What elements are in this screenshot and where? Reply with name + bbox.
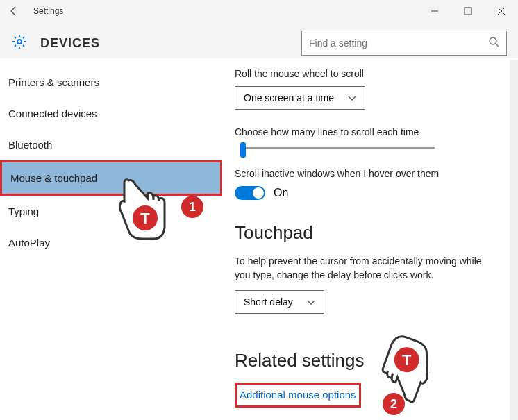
back-button[interactable]: [6, 3, 22, 19]
lines-scroll-label: Choose how many lines to scroll each tim…: [235, 126, 506, 137]
sidebar-item-mouse-touchpad[interactable]: Mouse & touchpad: [0, 160, 222, 196]
scrollbar[interactable]: [510, 60, 518, 420]
touchpad-delay-dropdown[interactable]: Short delay: [235, 290, 324, 314]
close-button[interactable]: [490, 3, 512, 19]
window-title: Settings: [33, 6, 63, 16]
additional-mouse-options-link[interactable]: Additional mouse options: [240, 389, 356, 401]
touchpad-heading: Touchpad: [235, 222, 506, 244]
svg-line-6: [496, 44, 499, 47]
annotation-badge-1: 1: [181, 196, 203, 218]
lines-slider[interactable]: [240, 147, 435, 149]
related-settings-heading: Related settings: [235, 350, 506, 371]
scroll-mode-dropdown[interactable]: One screen at a time: [235, 86, 365, 110]
toggle-knob: [253, 187, 264, 199]
slider-thumb[interactable]: [240, 142, 246, 158]
svg-point-4: [17, 40, 22, 44]
sidebar: Printers & scanners Connected devices Bl…: [0, 58, 222, 420]
scroll-mode-value: One screen at a time: [244, 92, 334, 103]
content-panel: Roll the mouse wheel to scroll One scree…: [222, 58, 518, 420]
page-title: DEVICES: [40, 36, 100, 51]
sidebar-item-bluetooth[interactable]: Bluetooth: [0, 129, 222, 160]
svg-point-5: [490, 37, 496, 44]
maximize-icon: [464, 7, 472, 15]
svg-rect-1: [465, 8, 471, 15]
close-icon: [497, 7, 506, 15]
sidebar-item-autoplay[interactable]: AutoPlay: [0, 227, 222, 258]
delay-value: Short delay: [244, 296, 293, 308]
minimize-icon: [431, 7, 439, 15]
chevron-down-icon: [307, 296, 315, 308]
scroll-wheel-label: Roll the mouse wheel to scroll: [235, 68, 506, 79]
header: DEVICES: [0, 22, 518, 58]
search-input[interactable]: [309, 37, 488, 49]
inactive-windows-toggle[interactable]: [235, 186, 265, 200]
inactive-windows-label: Scroll inactive windows when I hover ove…: [235, 168, 506, 179]
gear-icon: [11, 33, 28, 53]
search-icon: [488, 36, 499, 50]
sidebar-item-printers[interactable]: Printers & scanners: [0, 67, 222, 98]
maximize-button[interactable]: [457, 3, 479, 19]
additional-mouse-options-highlight: Additional mouse options: [235, 383, 361, 408]
toggle-state-label: On: [274, 187, 288, 199]
titlebar: Settings: [0, 0, 518, 22]
chevron-down-icon: [348, 92, 356, 103]
minimize-button[interactable]: [424, 3, 446, 19]
back-arrow-icon: [8, 6, 19, 17]
annotation-badge-2: 2: [383, 393, 405, 415]
touchpad-help-text: To help prevent the cursor from accident…: [235, 255, 485, 282]
search-box[interactable]: [301, 31, 507, 56]
sidebar-item-connected-devices[interactable]: Connected devices: [0, 98, 222, 129]
window-controls: [424, 3, 512, 19]
